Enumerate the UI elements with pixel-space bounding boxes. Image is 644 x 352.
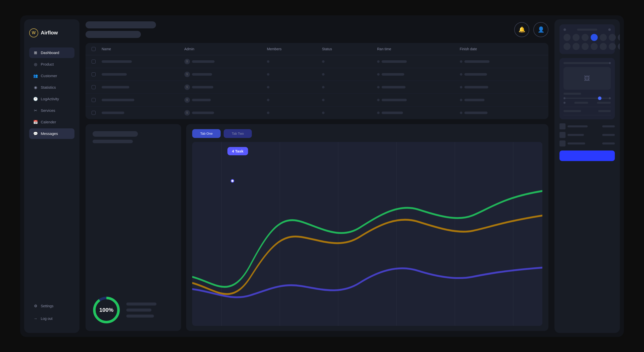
chart-tab-2[interactable]: Tab Two	[224, 129, 252, 138]
header-search	[86, 21, 156, 38]
members-cell	[267, 99, 269, 101]
color-dot	[608, 28, 611, 31]
sidebar-item-statistics[interactable]: ◉ Statistics	[29, 82, 74, 93]
chart-tooltip: 4 Task	[227, 147, 248, 155]
slider-container	[564, 97, 611, 99]
sidebar-item-calender[interactable]: 📅 Calender	[29, 117, 74, 127]
list-item-label	[568, 134, 584, 136]
slider-value-row	[564, 102, 611, 104]
search-bar-2[interactable]	[86, 31, 141, 38]
main-content: 🔔 👤 Name Admin Members Status Ran time F…	[84, 15, 554, 337]
finish-date-cell	[464, 60, 490, 63]
sidebar: W Airflow ⊞ Dashboard ◎ Product 👥 Custom…	[24, 19, 79, 333]
name-cell	[102, 86, 129, 88]
table-row: $	[86, 81, 548, 94]
color-swatch[interactable]	[573, 34, 580, 41]
user-icon: 👤	[538, 26, 544, 33]
label-bar-2	[126, 309, 151, 312]
admin-icon: $	[184, 72, 190, 77]
slider-thumb[interactable]	[598, 96, 601, 100]
status-cell	[322, 60, 325, 63]
settings-dot	[609, 62, 611, 64]
settings-section: 🖼	[559, 58, 615, 119]
stat-label	[564, 110, 581, 112]
color-swatch[interactable]	[609, 34, 616, 41]
table-row: $	[86, 55, 548, 68]
list-thumbnail	[559, 123, 566, 129]
logo-icon: W	[29, 28, 38, 37]
settings-icon: ⚙	[33, 304, 38, 308]
admin-icon: $	[184, 84, 190, 90]
col-members: Members	[267, 47, 322, 51]
ran-time-dot	[377, 73, 380, 76]
panel-subtitle	[93, 140, 133, 143]
value-dot	[564, 102, 566, 104]
notification-button[interactable]: 🔔	[514, 22, 529, 37]
finish-date-cell	[464, 86, 488, 88]
sidebar-item-messages[interactable]: 💬 Messages	[29, 128, 74, 139]
panel-header	[93, 131, 174, 143]
color-swatch[interactable]	[600, 34, 607, 41]
admin-cell	[192, 99, 211, 101]
row-checkbox[interactable]	[92, 72, 96, 76]
action-button[interactable]	[559, 150, 615, 161]
chart-tab-1[interactable]: Tab One	[192, 129, 221, 138]
color-swatch[interactable]	[564, 34, 571, 41]
ran-time-dot	[377, 112, 380, 114]
name-cell	[102, 112, 124, 114]
sidebar-item-services[interactable]: ✂ Services	[29, 105, 74, 116]
admin-icon: $	[184, 110, 190, 116]
finish-date-cell	[464, 112, 488, 114]
ran-time-cell	[382, 73, 404, 76]
color-swatch[interactable]	[573, 43, 580, 50]
color-swatch[interactable]	[618, 34, 620, 41]
logout-label: Log out	[41, 317, 53, 321]
color-dot	[564, 28, 566, 31]
sidebar-item-customer[interactable]: 👥 Customer	[29, 71, 74, 81]
donut-labels	[126, 303, 156, 318]
right-panel: 🖼	[554, 19, 620, 333]
slider-section	[564, 93, 611, 104]
color-swatch-active[interactable]	[591, 34, 598, 41]
list-item	[559, 132, 615, 138]
list-item-value	[602, 125, 615, 127]
sidebar-item-dashboard[interactable]: ⊞ Dashboard	[29, 47, 74, 58]
row-checkbox[interactable]	[92, 111, 96, 115]
sidebar-item-product[interactable]: ◎ Product	[29, 59, 74, 70]
progress-panel: 100%	[86, 124, 181, 331]
ran-time-cell	[382, 112, 403, 114]
slider-track[interactable]	[566, 98, 609, 99]
list-section	[559, 123, 615, 146]
color-label	[577, 29, 597, 31]
messages-icon: 💬	[33, 131, 38, 136]
sidebar-item-label: Product	[41, 62, 54, 66]
ran-time-cell	[382, 60, 407, 63]
settings-nav-item[interactable]: ⚙ Settings	[29, 301, 74, 311]
row-checkbox[interactable]	[92, 85, 96, 89]
color-swatch[interactable]	[609, 43, 616, 50]
profile-button[interactable]: 👤	[533, 22, 548, 37]
panel-title	[93, 131, 138, 137]
members-cell	[267, 86, 269, 88]
admin-cell	[192, 86, 213, 88]
color-swatch[interactable]	[591, 43, 598, 50]
bell-icon: 🔔	[518, 26, 525, 33]
col-admin: Admin	[184, 47, 267, 51]
color-swatch[interactable]	[582, 43, 589, 50]
row-checkbox[interactable]	[92, 98, 96, 102]
color-swatch[interactable]	[618, 43, 620, 50]
color-swatch[interactable]	[564, 43, 571, 50]
color-swatch[interactable]	[582, 34, 589, 41]
finish-date-dot	[460, 112, 462, 114]
logout-nav-item[interactable]: → Log out	[29, 313, 74, 324]
list-item-left	[559, 140, 585, 146]
sidebar-item-logactivity[interactable]: 🕐 LogActivity	[29, 94, 74, 104]
finish-date-cell	[464, 99, 485, 101]
table-row: $	[86, 68, 548, 81]
color-swatch[interactable]	[600, 43, 607, 50]
row-checkbox[interactable]	[92, 60, 96, 64]
product-icon: ◎	[33, 62, 38, 67]
image-icon: 🖼	[584, 75, 590, 82]
search-bar-1[interactable]	[86, 21, 156, 28]
select-all-checkbox[interactable]	[92, 47, 96, 51]
